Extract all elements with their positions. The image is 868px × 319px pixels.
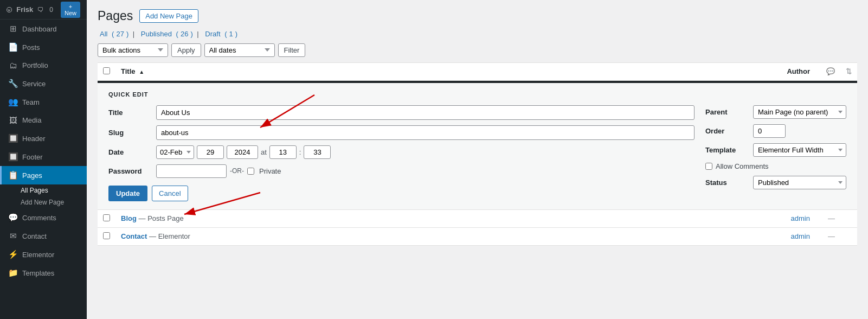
status-label: Status — [705, 178, 749, 187]
quick-edit-cell: QUICK EDIT Title — [98, 80, 857, 209]
filter-all-link[interactable]: All (27) — [98, 30, 128, 38]
team-icon: 👥 — [8, 97, 18, 107]
dashboard-icon: ⊞ — [8, 24, 18, 34]
order-input[interactable] — [753, 124, 786, 138]
allow-comments-field: Allow Comments — [705, 162, 846, 170]
service-icon: 🔧 — [8, 79, 18, 88]
filter-button[interactable]: Filter — [278, 43, 306, 57]
row-checkbox[interactable] — [103, 232, 110, 239]
new-button[interactable]: + New — [61, 2, 80, 18]
order-field: Order — [705, 124, 846, 138]
page-title: Pages — [98, 8, 133, 24]
month-select[interactable]: 02-Feb — [156, 145, 194, 159]
template-label: Template — [705, 146, 749, 154]
sidebar-item-label: Media — [22, 116, 41, 124]
table-row: Contact — Elementor admin — — [98, 227, 857, 245]
time-colon: : — [299, 148, 301, 156]
all-pages-label: All Pages — [21, 187, 48, 194]
sidebar-item-label: Templates — [22, 269, 54, 277]
comment-col-header: 💬 — [821, 62, 840, 80]
update-button[interactable]: Update — [108, 186, 147, 201]
templates-icon: 📁 — [8, 268, 18, 278]
minute-input[interactable] — [304, 145, 331, 159]
sidebar-sub-all-pages[interactable]: All Pages — [0, 184, 87, 196]
sidebar-item-header[interactable]: 🔲 Header — [0, 129, 87, 148]
slug-input[interactable] — [156, 125, 695, 140]
sidebar-item-posts[interactable]: 📄 Posts — [0, 38, 87, 56]
sidebar-item-pages[interactable]: 📋 Pages — [0, 166, 87, 184]
comment-icon: 🗨 — [37, 6, 44, 14]
select-all-checkbox[interactable] — [103, 67, 110, 74]
contact-author-link[interactable]: admin — [791, 232, 810, 240]
sidebar-item-label: Portfolio — [22, 61, 48, 69]
parent-select[interactable]: Main Page (no parent) — [753, 105, 846, 119]
sidebar: W Frisk 🗨 0 + New ⊞ Dashboard 📄 Posts 🗂 … — [0, 0, 87, 319]
blog-author-link[interactable]: admin — [791, 214, 810, 222]
title-label: Title — [108, 109, 152, 117]
sidebar-item-team[interactable]: 👥 Team — [0, 93, 87, 111]
hour-input[interactable] — [269, 145, 297, 159]
sidebar-item-contact[interactable]: ✉ Contact — [0, 227, 87, 245]
blog-page-link[interactable]: Blog — [121, 214, 139, 222]
status-field: Status Published — [705, 176, 846, 189]
title-input[interactable] — [156, 105, 695, 120]
sidebar-item-label: Dashboard — [22, 25, 57, 33]
page-title-row: Pages Add New Page — [98, 8, 857, 24]
pages-table: Title ▲ Author 💬 ⇅ — [98, 62, 857, 246]
cancel-button[interactable]: Cancel — [152, 186, 188, 201]
sidebar-item-service[interactable]: 🔧 Service — [0, 74, 87, 93]
year-input[interactable] — [227, 145, 258, 159]
sidebar-item-label: Team — [22, 98, 40, 106]
blog-dash-cell: — — [821, 209, 840, 227]
svg-text:W: W — [8, 8, 11, 11]
sidebar-item-label: Header — [22, 135, 46, 143]
sidebar-item-portfolio[interactable]: 🗂 Portfolio — [0, 56, 87, 74]
add-new-page-label: Add New Page — [21, 199, 64, 206]
quick-edit-row: QUICK EDIT Title — [98, 80, 857, 209]
sidebar-item-dashboard[interactable]: ⊞ Dashboard — [0, 20, 87, 38]
password-input[interactable] — [156, 164, 227, 178]
parent-field: Parent Main Page (no parent) — [705, 105, 846, 119]
filter-draft-link[interactable]: Draft (1) — [203, 30, 237, 38]
contact-icon: ✉ — [8, 231, 18, 241]
allow-comments-checkbox[interactable] — [705, 163, 712, 170]
filter-links: All (27) | Published (26) | Draft (1) — [98, 30, 857, 38]
sidebar-item-elementor[interactable]: ⚡ Elementor — [0, 245, 87, 264]
parent-label: Parent — [705, 108, 749, 116]
blog-sort-cell — [840, 209, 857, 227]
dates-filter-select[interactable]: All dates — [204, 43, 275, 57]
sidebar-item-label: Service — [22, 80, 46, 88]
order-label: Order — [705, 127, 749, 135]
blog-author-cell: admin — [571, 209, 821, 227]
portfolio-icon: 🗂 — [8, 61, 18, 70]
contact-sort-cell — [840, 227, 857, 245]
status-select[interactable]: Published — [753, 176, 846, 189]
quick-edit-password-field: Password -OR- Private — [108, 164, 695, 178]
contact-page-link[interactable]: Contact — [121, 232, 149, 240]
template-field: Template Elementor Full Width — [705, 143, 846, 157]
private-checkbox[interactable] — [247, 168, 254, 175]
add-new-page-button[interactable]: Add New Page — [139, 9, 198, 23]
sidebar-item-templates[interactable]: 📁 Templates — [0, 264, 87, 282]
sidebar-item-label: Contact — [22, 232, 47, 240]
sidebar-item-comments[interactable]: 💬 Comments — [0, 208, 87, 227]
header-nav-icon: 🔲 — [8, 133, 18, 143]
password-label: Password — [108, 167, 152, 175]
filter-published-link[interactable]: Published (26) — [139, 30, 193, 38]
sidebar-item-label: Elementor — [22, 251, 54, 259]
author-column-header: Author — [571, 62, 821, 80]
quick-edit-right: Parent Main Page (no parent) Order — [705, 105, 846, 201]
quick-edit-left: Title Slug — [108, 105, 695, 201]
slug-label: Slug — [108, 129, 152, 137]
template-select[interactable]: Elementor Full Width — [753, 143, 846, 157]
sidebar-sub-add-new-page[interactable]: Add New Page — [0, 196, 87, 208]
password-row: -OR- Private — [156, 164, 281, 178]
apply-button[interactable]: Apply — [171, 43, 201, 57]
day-input[interactable] — [197, 145, 224, 159]
comment-count: 0 — [49, 6, 53, 14]
sidebar-item-footer[interactable]: 🔲 Footer — [0, 148, 87, 166]
sidebar-item-media[interactable]: 🖼 Media — [0, 111, 87, 129]
row-checkbox[interactable] — [103, 214, 110, 221]
contact-dash-cell: — — [821, 227, 840, 245]
bulk-actions-select[interactable]: Bulk actions — [98, 43, 168, 57]
